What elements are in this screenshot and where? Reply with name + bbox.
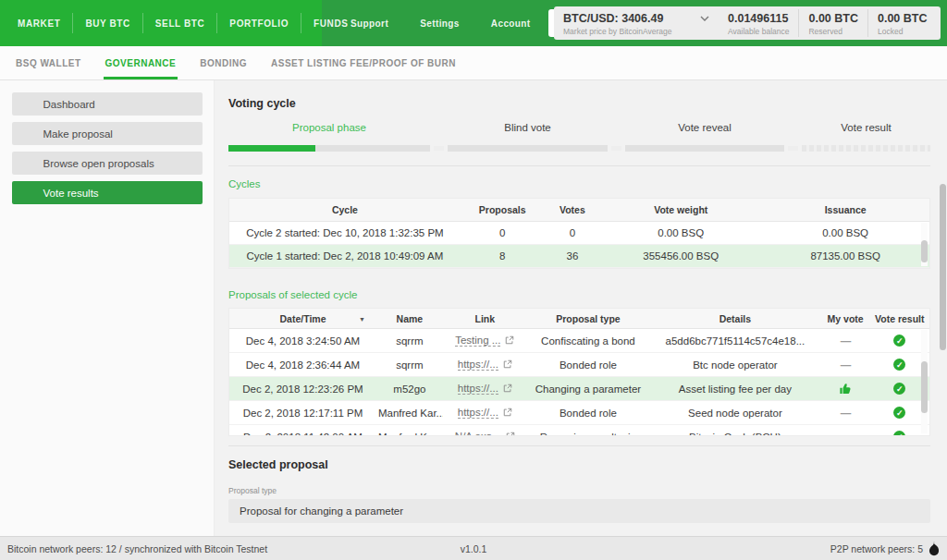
cell-vote-weight: 0.00 BSQ: [600, 227, 761, 238]
proposal-link[interactable]: https://...: [458, 407, 498, 419]
column-header-name[interactable]: Name: [376, 313, 443, 324]
cycles-heading: Cycles: [228, 178, 930, 189]
tab-asset-listing-fee-proof-of-burn[interactable]: ASSET LISTING FEE/PROOF OF BURN: [259, 46, 468, 79]
table-row[interactable]: Dec 2, 2018 11:42:00 AMManfred Kar...N/A…: [229, 425, 929, 436]
phase-label: Vote result: [802, 122, 930, 133]
proposal-link[interactable]: Testing ...: [455, 335, 500, 347]
proposals-table: Date/Time▼NameLinkProposal typeDetailsMy…: [228, 308, 930, 436]
proposal-link[interactable]: https://...: [458, 383, 498, 395]
field-label: Proposal type: [228, 486, 930, 495]
voting-cycle-title: Voting cycle: [228, 97, 930, 110]
market-price-selector[interactable]: BTC/USD: 3406.49 Market price by Bitcoin…: [554, 9, 719, 37]
sidebar-item-browse-open-proposals[interactable]: Browse open proposals: [12, 152, 203, 175]
column-header-votes[interactable]: Votes: [545, 204, 601, 215]
stat-locked: 0.00 BTCLocked: [867, 9, 937, 37]
nav-settings[interactable]: Settings: [404, 18, 475, 29]
primary-nav: MARKETBUY BTCSELL BTCPORTFOLIOFUNDS: [0, 0, 322, 46]
column-header-details[interactable]: Details: [649, 313, 820, 324]
cycles-table-scrollbar[interactable]: [921, 223, 928, 266]
p2p-network-status: P2P network peers: 5: [830, 543, 923, 554]
column-header-proposals[interactable]: Proposals: [461, 204, 545, 215]
cell-votes: 0: [545, 227, 601, 238]
proposal-link[interactable]: https://...: [458, 359, 498, 371]
cell-link: Testing ...: [443, 335, 527, 347]
cell-name: m52go: [376, 383, 443, 395]
selected-proposal-title: Selected proposal: [228, 458, 930, 471]
sidebar-item-dashboard[interactable]: Dashboard: [12, 92, 203, 116]
phase-vote-reveal: Vote reveal: [625, 122, 784, 152]
cell-my-vote: —: [821, 408, 870, 419]
sidebar-item-vote-results[interactable]: Vote results: [12, 181, 203, 204]
cell-cycle: Cycle 1 started: Dec 2, 2018 10:49:09 AM: [229, 250, 461, 262]
cell-vote-weight: 355456.00 BSQ: [600, 250, 761, 262]
tab-bonding[interactable]: BONDING: [188, 46, 259, 79]
table-row[interactable]: Dec 4, 2018 3:24:50 AMsqrrmTesting ...Co…: [229, 329, 929, 353]
cell-link: https://...: [443, 383, 527, 395]
governance-sidebar: DashboardMake proposalBrowse open propos…: [0, 80, 215, 536]
sort-descending-icon: ▼: [359, 315, 365, 322]
table-row[interactable]: Dec 2, 2018 12:17:11 PMManfred Kar...htt…: [229, 401, 929, 425]
stat-available-balance: 0.01496115Available balance: [719, 9, 798, 37]
section-divider: [228, 445, 930, 446]
no-vote-icon: —: [841, 359, 851, 371]
cell-name: sqrrm: [376, 359, 443, 371]
window-scrollbar-thumb[interactable]: [940, 184, 946, 350]
chevron-down-icon[interactable]: [700, 16, 709, 21]
external-link-icon: [503, 383, 512, 395]
no-vote-icon: —: [841, 335, 851, 347]
market-price-panel: BTC/USD: 3406.49 Market price by Bitcoin…: [554, 6, 941, 40]
external-link-icon: [506, 432, 515, 436]
proposal-link[interactable]: N/A exa...: [455, 431, 501, 436]
sidebar-item-make-proposal[interactable]: Make proposal: [12, 122, 203, 145]
phase-proposal-phase: Proposal phase: [228, 122, 430, 152]
column-header-my-vote[interactable]: My vote: [821, 313, 870, 324]
column-header-date-time[interactable]: Date/Time▼: [229, 313, 376, 324]
vote-accepted-icon: [893, 431, 905, 436]
field-input-proposal-type[interactable]: Proposal for changing a parameter: [228, 499, 930, 523]
nav-buy-btc[interactable]: BUY BTC: [73, 18, 141, 29]
cell-my-vote: —: [821, 432, 870, 437]
column-header-vote-weight[interactable]: Vote weight: [600, 204, 761, 215]
btc-usd-price: BTC/USD: 3406.49: [563, 12, 663, 25]
column-header-issuance[interactable]: Issuance: [761, 204, 929, 215]
cycles-table-body: Cycle 2 started: Dec 10, 2018 1:32:35 PM…: [229, 222, 929, 268]
cell-link: N/A exa...: [443, 431, 527, 436]
nav-account[interactable]: Account: [475, 18, 547, 29]
tab-bsq-wallet[interactable]: BSQ WALLET: [4, 46, 93, 79]
phase-vote-result: Vote result: [802, 122, 930, 152]
table-row[interactable]: Dec 4, 2018 2:36:44 AMsqrrmhttps://...Bo…: [229, 353, 929, 377]
price-source-label: Market price by BitcoinAverage: [563, 27, 709, 36]
table-row[interactable]: Cycle 2 started: Dec 10, 2018 1:32:35 PM…: [229, 222, 929, 245]
nav-market[interactable]: MARKET: [6, 18, 72, 29]
proposals-scrollbar-thumb[interactable]: [921, 361, 928, 413]
proposals-table-scrollbar[interactable]: [921, 330, 928, 433]
stat-value: 0.00 BTC: [808, 12, 858, 25]
cell-details: Btc node operator: [649, 359, 820, 371]
tab-governance[interactable]: GOVERNANCE: [93, 46, 189, 79]
table-row[interactable]: Dec 2, 2018 12:23:26 PMm52gohttps://...C…: [229, 377, 929, 401]
cycles-scrollbar-thumb[interactable]: [921, 240, 928, 262]
cell-my-vote: [821, 383, 870, 395]
nav-sell-btc[interactable]: SELL BTC: [143, 18, 217, 29]
balance-stats: 0.01496115Available balance0.00 BTCReser…: [719, 9, 936, 37]
column-header-cycle[interactable]: Cycle: [229, 204, 461, 215]
cell-name: Manfred Kar...: [376, 408, 443, 419]
cell-proposal-type: Removing an altcoin: [527, 432, 649, 437]
stat-reserved: 0.00 BTCReserved: [798, 9, 867, 37]
nav-portfolio[interactable]: PORTFOLIO: [217, 18, 301, 29]
nav-support[interactable]: Support: [335, 18, 404, 29]
proposals-heading: Proposals of selected cycle: [228, 289, 930, 300]
column-header-link[interactable]: Link: [443, 313, 527, 324]
external-link-icon: [505, 335, 514, 347]
cell-name: sqrrm: [376, 335, 443, 347]
table-row[interactable]: Cycle 1 started: Dec 2, 2018 10:49:09 AM…: [229, 245, 929, 268]
cell-issuance: 87135.00 BSQ: [761, 250, 929, 262]
column-header-vote-result[interactable]: Vote result: [870, 313, 929, 324]
cell-details: a5dd6bc771f5114c57c4e18...: [649, 335, 820, 347]
main-area: DashboardMake proposalBrowse open propos…: [0, 80, 947, 536]
cell-date-time: Dec 2, 2018 11:42:00 AM: [229, 432, 376, 437]
version-label: v1.0.1: [0, 543, 947, 554]
column-header-proposal-type[interactable]: Proposal type: [527, 313, 649, 324]
vote-results-content: Voting cycle Proposal phaseBlind voteVot…: [215, 80, 947, 536]
cell-date-time: Dec 2, 2018 12:17:11 PM: [229, 408, 376, 419]
